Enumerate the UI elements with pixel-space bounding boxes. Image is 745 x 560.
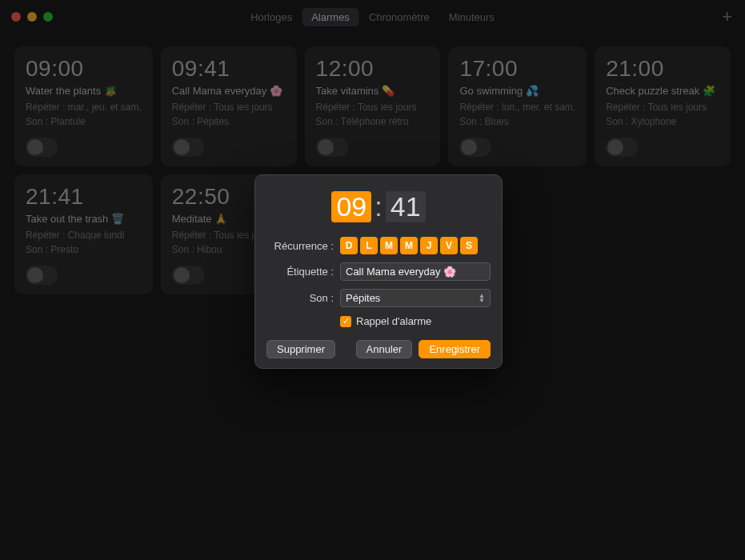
sound-value: Pépites — [346, 292, 380, 304]
etiquette-label: Étiquette : — [266, 266, 340, 278]
sound-select[interactable]: Pépites ▲▼ — [340, 289, 491, 307]
day-sat[interactable]: S — [460, 237, 478, 254]
sound-label: Son : — [266, 292, 340, 304]
minutes-field[interactable]: 41 — [386, 191, 426, 222]
save-button[interactable]: Enregistrer — [419, 340, 491, 358]
snooze-label: Rappel d'alarme — [356, 315, 431, 327]
day-sun[interactable]: D — [340, 237, 358, 254]
day-mon[interactable]: L — [360, 237, 378, 254]
day-tue[interactable]: M — [380, 237, 398, 254]
chevron-updown-icon: ▲▼ — [479, 294, 485, 303]
hours-field[interactable]: 09 — [331, 191, 371, 222]
delete-button[interactable]: Supprimer — [266, 340, 335, 358]
day-fri[interactable]: V — [440, 237, 458, 254]
day-wed[interactable]: M — [400, 237, 418, 254]
recurrence-label: Récurrence : — [266, 240, 340, 252]
time-picker[interactable]: 09 : 41 — [266, 191, 491, 222]
day-picker: D L M M J V S — [340, 237, 491, 254]
time-colon: : — [373, 191, 383, 222]
snooze-checkbox[interactable]: ✓ — [340, 316, 351, 327]
edit-alarm-dialog: 09 : 41 Récurrence : D L M M J V S Étiqu… — [254, 174, 503, 369]
day-thu[interactable]: J — [420, 237, 438, 254]
cancel-button[interactable]: Annuler — [356, 340, 413, 358]
label-input[interactable] — [340, 262, 491, 281]
